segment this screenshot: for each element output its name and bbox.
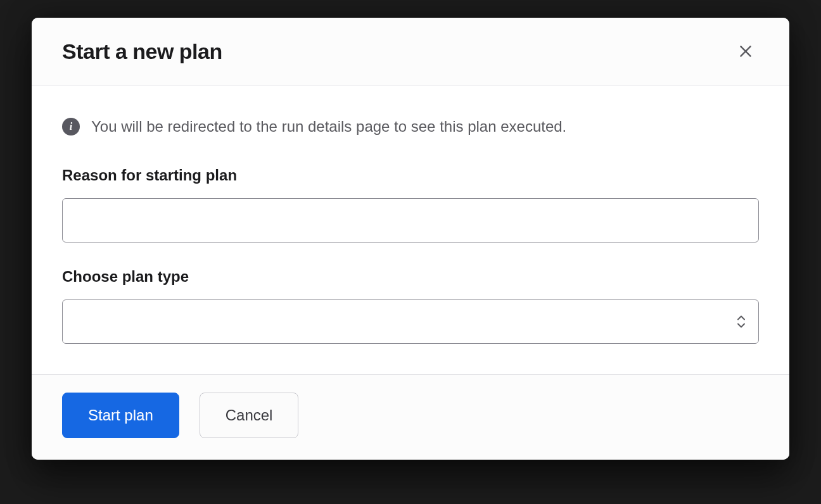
info-banner: i You will be redirected to the run deta…	[62, 116, 759, 137]
modal-title: Start a new plan	[62, 39, 222, 64]
reason-label: Reason for starting plan	[62, 167, 759, 184]
reason-input[interactable]	[62, 198, 759, 243]
info-text: You will be redirected to the run detail…	[91, 116, 566, 137]
start-plan-modal: Start a new plan i You will be redirecte…	[32, 18, 789, 460]
modal-footer: Start plan Cancel	[32, 374, 789, 460]
close-button[interactable]	[732, 38, 759, 65]
start-plan-button[interactable]: Start plan	[62, 393, 179, 438]
reason-field-group: Reason for starting plan	[62, 167, 759, 243]
close-icon	[737, 43, 754, 60]
plan-type-select-wrap	[62, 299, 759, 344]
cancel-button[interactable]: Cancel	[200, 393, 299, 438]
plan-type-label: Choose plan type	[62, 268, 759, 286]
modal-header: Start a new plan	[32, 18, 789, 85]
info-icon: i	[62, 118, 80, 135]
modal-body: i You will be redirected to the run deta…	[32, 85, 789, 374]
plan-type-field-group: Choose plan type	[62, 268, 759, 344]
plan-type-select[interactable]	[62, 299, 759, 344]
